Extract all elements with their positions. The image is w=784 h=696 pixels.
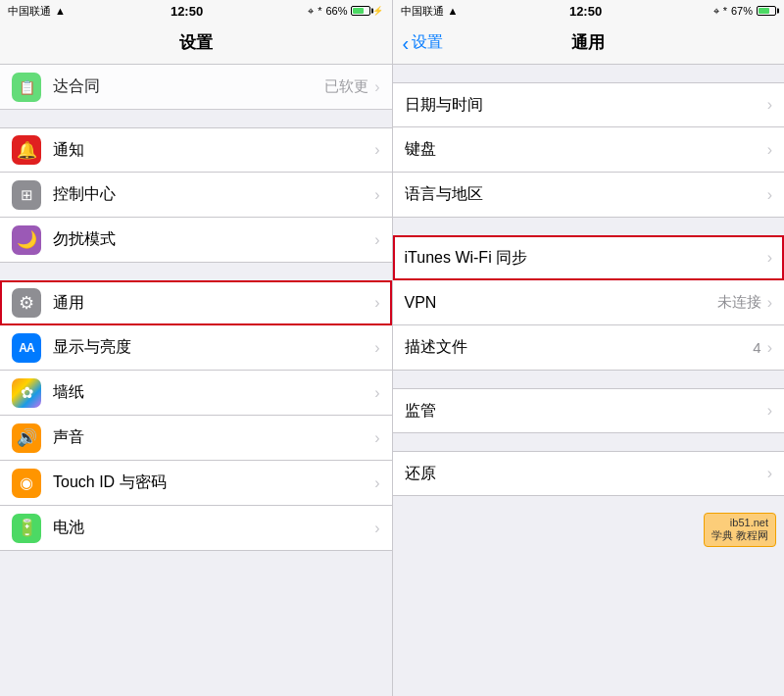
display-label: 显示与亮度 xyxy=(53,337,374,358)
row-vpn[interactable]: VPN 未连接 › xyxy=(393,280,785,325)
right-section-2: iTunes Wi-Fi 同步 › VPN 未连接 › 描述文件 4 › xyxy=(393,235,785,371)
language-chevron: › xyxy=(767,186,772,204)
row-battery[interactable]: 🔋 电池 › xyxy=(0,506,392,551)
row-itunes-wifi[interactable]: iTunes Wi-Fi 同步 › xyxy=(393,235,785,280)
right-nav-title: 通用 xyxy=(571,31,605,54)
itunes-wifi-label: iTunes Wi-Fi 同步 xyxy=(405,248,767,269)
display-chevron: › xyxy=(374,339,379,357)
supervision-label: 监管 xyxy=(405,401,767,422)
left-time: 12:50 xyxy=(171,4,203,19)
sounds-icon: 🔊 xyxy=(12,423,41,453)
dnd-icon: 🌙 xyxy=(12,225,41,255)
left-bluetooth-icon: * xyxy=(318,5,321,17)
row-supervision[interactable]: 监管 › xyxy=(393,388,785,433)
touchid-icon: ◉ xyxy=(12,469,41,498)
left-section-1: 🔔 通知 › ⊞ 控制中心 › 🌙 勿扰模式 › xyxy=(0,127,392,263)
sounds-label: 声音 xyxy=(53,427,374,448)
datetime-chevron: › xyxy=(767,96,772,114)
right-gap-3 xyxy=(393,433,785,451)
row-keyboard[interactable]: 键盘 › xyxy=(393,127,785,173)
notification-chevron: › xyxy=(374,141,379,159)
right-time: 12:50 xyxy=(569,4,602,19)
right-status-bar: 中国联通 ▲ 12:50 ⌖ * 67% xyxy=(393,0,785,22)
right-nav-back[interactable]: ‹ 设置 xyxy=(403,32,444,53)
keyboard-chevron: › xyxy=(767,141,772,159)
reset-chevron: › xyxy=(767,465,772,482)
datetime-label: 日期与时间 xyxy=(405,95,767,116)
battery-icon: 🔋 xyxy=(12,514,41,543)
left-battery-pct: 66% xyxy=(325,5,347,17)
wallpaper-label: 墙纸 xyxy=(53,382,374,403)
right-location-icon: ⌖ xyxy=(713,5,719,18)
watermark-site: ib51.net xyxy=(711,517,768,528)
row-notification[interactable]: 🔔 通知 › xyxy=(0,127,392,173)
vpn-value: 未连接 xyxy=(717,293,761,312)
right-battery-box xyxy=(757,6,776,16)
partial-row-label: 达合同 xyxy=(53,76,324,97)
partial-row[interactable]: 📋 达合同 已软更 › xyxy=(0,65,392,110)
row-sounds[interactable]: 🔊 声音 › xyxy=(0,416,392,461)
right-gap-1 xyxy=(393,218,785,235)
wallpaper-chevron: › xyxy=(374,384,379,402)
row-datetime[interactable]: 日期与时间 › xyxy=(393,82,785,127)
left-section-2: ⚙ 通用 › AA 显示与亮度 › ✿ 墙纸 › 🔊 声音 › ◉ Touch xyxy=(0,280,392,551)
left-wifi-icon: ▲ xyxy=(55,5,66,17)
left-panel: 中国联通 ▲ 12:50 ⌖ * 66% ⚡ 设置 📋 达合同 已软更 › xyxy=(0,0,392,696)
watermark: ib51.net 学典 教程网 xyxy=(704,513,776,547)
profile-value: 4 xyxy=(753,339,760,356)
display-icon: AA xyxy=(12,333,41,363)
profile-label: 描述文件 xyxy=(405,337,754,358)
left-charging-icon: ⚡ xyxy=(372,6,383,16)
right-bluetooth-icon: * xyxy=(723,5,727,17)
row-reset[interactable]: 还原 › xyxy=(393,451,785,496)
general-label: 通用 xyxy=(53,293,374,314)
row-touchid[interactable]: ◉ Touch ID 与密码 › xyxy=(0,461,392,506)
back-chevron-icon: ‹ xyxy=(403,33,410,53)
watermark-name: 学典 教程网 xyxy=(711,528,768,543)
vpn-label: VPN xyxy=(405,294,717,312)
touchid-label: Touch ID 与密码 xyxy=(53,472,374,493)
row-wallpaper[interactable]: ✿ 墙纸 › xyxy=(0,371,392,416)
general-chevron: › xyxy=(374,294,379,312)
right-section-1: 日期与时间 › 键盘 › 语言与地区 › xyxy=(393,82,785,218)
dnd-label: 勿扰模式 xyxy=(53,229,374,250)
dnd-chevron: › xyxy=(374,231,379,249)
control-center-label: 控制中心 xyxy=(53,184,374,205)
control-center-icon: ⊞ xyxy=(12,180,41,210)
notification-label: 通知 xyxy=(53,140,374,161)
language-label: 语言与地区 xyxy=(405,184,767,205)
vpn-chevron: › xyxy=(767,294,772,312)
watermark-area: ib51.net 学典 教程网 xyxy=(393,496,785,555)
right-gap-0 xyxy=(393,65,785,82)
right-nav-bar: ‹ 设置 通用 xyxy=(393,22,785,65)
right-battery-pct: 67% xyxy=(731,5,753,17)
left-status-bar: 中国联通 ▲ 12:50 ⌖ * 66% ⚡ xyxy=(0,0,392,22)
row-display[interactable]: AA 显示与亮度 › xyxy=(0,325,392,371)
notification-icon: 🔔 xyxy=(12,135,41,165)
partial-row-icon: 📋 xyxy=(12,73,41,102)
battery-label: 电池 xyxy=(53,518,374,538)
right-wifi-icon: ▲ xyxy=(448,5,459,17)
left-nav-bar: 设置 xyxy=(0,22,392,65)
supervision-chevron: › xyxy=(767,402,772,420)
row-language[interactable]: 语言与地区 › xyxy=(393,173,785,218)
right-section-3: 监管 › xyxy=(393,388,785,433)
general-icon: ⚙ xyxy=(12,288,41,318)
left-settings-list[interactable]: 📋 达合同 已软更 › 🔔 通知 › ⊞ 控制中心 › 🌙 勿扰模式 › xyxy=(0,65,392,696)
row-control-center[interactable]: ⊞ 控制中心 › xyxy=(0,173,392,218)
right-settings-list[interactable]: 日期与时间 › 键盘 › 语言与地区 › iTunes Wi-Fi 同步 › V… xyxy=(393,65,785,696)
sounds-chevron: › xyxy=(374,429,379,447)
left-nav-title: 设置 xyxy=(179,31,213,54)
left-location-icon: ⌖ xyxy=(308,5,314,18)
right-carrier: 中国联通 xyxy=(401,4,444,19)
itunes-chevron: › xyxy=(767,249,772,267)
right-gap-2 xyxy=(393,371,785,388)
row-profile[interactable]: 描述文件 4 › xyxy=(393,325,785,371)
left-gap-2 xyxy=(0,263,392,280)
control-center-chevron: › xyxy=(374,186,379,204)
back-label: 设置 xyxy=(412,32,443,53)
row-dnd[interactable]: 🌙 勿扰模式 › xyxy=(0,218,392,263)
row-general[interactable]: ⚙ 通用 › xyxy=(0,280,392,325)
left-carrier: 中国联通 xyxy=(8,4,51,19)
profile-chevron: › xyxy=(767,339,772,357)
